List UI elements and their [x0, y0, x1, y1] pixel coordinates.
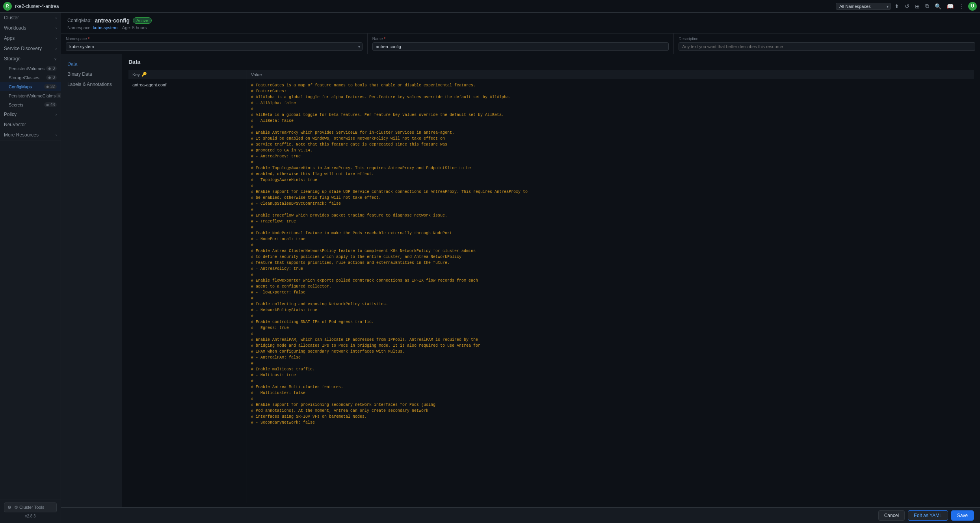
data-nav-item-data[interactable]: Data [61, 59, 122, 69]
sidebar-sub-label-sc: StorageClasses [9, 75, 39, 80]
namespace-link[interactable]: kube-system [93, 25, 117, 30]
search-button[interactable]: 🔍 [933, 2, 943, 10]
sidebar-item-neuvector[interactable]: NeuVector [0, 120, 61, 130]
page-meta: Namespace: kube-system Age: 5 hours [67, 25, 974, 30]
name-field: Name * [368, 34, 674, 54]
data-nav: Data Binary Data Labels & Annotations [61, 54, 122, 507]
data-key-cell: antrea-agent.conf [128, 79, 247, 502]
data-nav-item-binary[interactable]: Binary Data [61, 69, 122, 79]
form-area: Namespace * ▾ Name * Descri [61, 34, 980, 507]
avatar[interactable]: U [968, 2, 977, 11]
sidebar-item-cluster[interactable]: Cluster › [0, 13, 61, 23]
status-badge: Active [133, 17, 152, 24]
sc-badge: ⊕ 0 [46, 75, 57, 80]
gear-icon: ⚙ [7, 505, 11, 510]
description-field-label: Description [679, 37, 975, 41]
chevron-right-icon-5: › [56, 112, 57, 117]
chevron-right-icon: › [56, 16, 57, 20]
chevron-right-icon-4: › [56, 47, 57, 51]
sidebar-item-apps[interactable]: Apps › [0, 33, 61, 43]
age-label: Age: [122, 25, 131, 30]
book-button[interactable]: 📖 [945, 2, 956, 10]
data-table-body: antrea-agent.conf # FeatureGates is a ma… [128, 79, 974, 502]
chevron-right-icon-2: › [56, 26, 57, 30]
form-top-row: Namespace * ▾ Name * Descri [61, 34, 980, 54]
sidebar-item-policy[interactable]: Policy › [0, 109, 61, 120]
refresh-button[interactable]: ↺ [903, 2, 911, 10]
sidebar-sub-label-cm: ConfigMaps [9, 84, 32, 89]
page-name: antrea-config [95, 17, 130, 24]
sidebar-item-workloads[interactable]: Workloads › [0, 23, 61, 33]
pvc-badge: ⊕ 0 [56, 93, 61, 98]
sidebar-label-storage: Storage [4, 56, 20, 62]
chevron-right-icon-3: › [56, 36, 57, 41]
badge-icon-cm: ⊕ [46, 85, 49, 89]
data-section: Data Binary Data Labels & Annotations Da… [61, 54, 980, 507]
namespace-input[interactable] [66, 42, 363, 51]
data-value-cell[interactable]: # FeatureGates is a map of feature names… [247, 79, 974, 502]
main-layout: Cluster › Workloads › Apps › Service Dis… [0, 13, 980, 523]
description-input[interactable] [679, 42, 975, 51]
sidebar-sub-item-secrets[interactable]: Secrets ⊕ 43 [0, 100, 61, 109]
badge-icon-secrets: ⊕ [46, 103, 49, 107]
sidebar-item-storage[interactable]: Storage ∨ [0, 54, 61, 64]
data-section-title: Data [128, 59, 974, 65]
page-header: ConfigMap: antrea-config Active Namespac… [61, 13, 980, 34]
sidebar-sub-item-persistent-volumes[interactable]: PersistentVolumes ⊕ 0 [0, 64, 61, 73]
required-star-ns: * [88, 37, 89, 41]
namespace-field-label: Namespace * [66, 37, 363, 41]
bottom-bar: Cancel Edit as YAML Save [61, 507, 980, 523]
app-logo: R [3, 2, 12, 11]
namespace-select[interactable]: All Namespaces [836, 3, 891, 10]
age-value: 5 hours [132, 25, 147, 30]
upload-button[interactable]: ⬆ [893, 2, 901, 10]
badge-icon-sc: ⊕ [48, 76, 51, 80]
sidebar-footer: ⚙ ⚙ Cluster Tools v2.8.3 [0, 499, 61, 523]
cm-badge: ⊕ 32 [44, 84, 57, 89]
sidebar-sub-label-pvc: PersistentVolumeClaims [9, 93, 56, 98]
namespace-label: Namespace: [67, 25, 92, 30]
content: ConfigMap: antrea-config Active Namespac… [61, 13, 980, 523]
cancel-button[interactable]: Cancel [878, 510, 905, 521]
more-button[interactable]: ⋮ [957, 2, 967, 10]
sidebar-item-service-discovery[interactable]: Service Discovery › [0, 43, 61, 54]
data-table-header: Key 🔑 Value [128, 70, 974, 79]
sidebar-label-more: More Resources [4, 132, 39, 138]
sidebar: Cluster › Workloads › Apps › Service Dis… [0, 13, 61, 523]
badge-icon-pvc: ⊕ [58, 94, 61, 98]
cluster-tools-button[interactable]: ⚙ ⚙ Cluster Tools [4, 502, 57, 512]
sidebar-label-workloads: Workloads [4, 25, 26, 31]
badge-icon-pv: ⊕ [48, 67, 51, 71]
sidebar-item-more[interactable]: More Resources › [0, 130, 61, 140]
sidebar-label-policy: Policy [4, 112, 17, 117]
sidebar-label-service-discovery: Service Discovery [4, 46, 42, 51]
edit-yaml-button[interactable]: Edit as YAML [908, 510, 948, 521]
data-content: Data Key 🔑 Value antrea-agent.conf # Fea… [122, 54, 980, 507]
sidebar-sub-label-secrets: Secrets [9, 103, 23, 107]
key-column-header: Key 🔑 [128, 70, 247, 79]
chevron-right-icon-6: › [56, 133, 57, 137]
secrets-badge: ⊕ 43 [44, 102, 57, 107]
description-field: Description [674, 34, 980, 54]
data-nav-item-labels[interactable]: Labels & Annotations [61, 79, 122, 90]
sidebar-sub-label-pv: PersistentVolumes [9, 66, 45, 71]
sidebar-sub-item-storage-classes[interactable]: StorageClasses ⊕ 0 [0, 73, 61, 82]
bookmark-button[interactable]: ⊞ [913, 2, 922, 10]
sidebar-section-main: Cluster › Workloads › Apps › Service Dis… [0, 13, 61, 140]
copy-button[interactable]: ⧉ [923, 2, 931, 10]
save-button[interactable]: Save [951, 510, 974, 521]
page-title-row: ConfigMap: antrea-config Active [67, 17, 974, 24]
namespace-select-wrap[interactable]: All Namespaces [836, 3, 891, 10]
sidebar-sub-item-configmaps[interactable]: ConfigMaps ⊕ 32 [0, 82, 61, 91]
topbar: R rke2-cluster-4-antrea All Namespaces ⬆… [0, 0, 980, 13]
key-icon: 🔑 [141, 72, 147, 77]
version-label: v2.8.3 [4, 512, 57, 520]
value-column-header: Value [247, 70, 974, 79]
namespace-field: Namespace * ▾ [61, 34, 367, 54]
cluster-name: rke2-cluster-4-antrea [15, 4, 833, 9]
sidebar-sub-item-pvc[interactable]: PersistentVolumeClaims ⊕ 0 [0, 91, 61, 100]
name-input[interactable] [372, 42, 669, 51]
pv-badge: ⊕ 0 [46, 66, 57, 71]
page-kind: ConfigMap: [67, 18, 91, 23]
sidebar-label-cluster: Cluster [4, 15, 19, 21]
